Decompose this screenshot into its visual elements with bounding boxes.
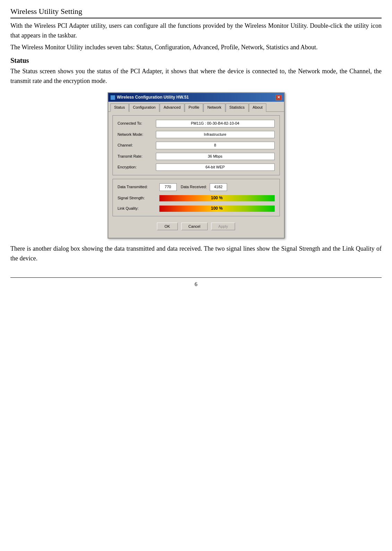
link-quality-value: 100 %	[211, 206, 223, 211]
tab-status[interactable]: Status	[110, 103, 129, 112]
close-button[interactable]: ✕	[276, 95, 282, 100]
cancel-button[interactable]: Cancel	[181, 223, 208, 230]
page-title: Wireless Utility Setting	[10, 6, 382, 18]
bottom-description: There is another dialog box showing the …	[10, 244, 382, 264]
data-transmitted-label: Data Transmitted:	[118, 184, 159, 190]
signal-strength-label: Signal Strength:	[118, 195, 159, 201]
app-icon	[110, 95, 115, 100]
tab-configuration[interactable]: Configuration	[129, 103, 159, 112]
dialog-wrapper: Wireless Configuration Utility HW.51 ✕ S…	[10, 92, 382, 239]
titlebar-left: Wireless Configuration Utility HW.51	[110, 94, 189, 100]
data-transmitted-row: Data Transmitted: 770 Data Received: 418…	[118, 183, 275, 191]
tab-statistics[interactable]: Statistics	[226, 103, 249, 112]
connected-to-label: Connected To:	[118, 121, 156, 126]
signal-strength-bar: 100 %	[159, 195, 275, 201]
connected-to-row: Connected To: PM11G : 00-30-B4-82-10-04	[118, 120, 275, 127]
encryption-row: Encryption: 64-bit WEP	[118, 164, 275, 171]
network-mode-row: Network Mode: Infrastructure	[118, 131, 275, 138]
stats-section: Data Transmitted: 770 Data Received: 418…	[112, 179, 280, 216]
dialog-window: Wireless Configuration Utility HW.51 ✕ S…	[108, 92, 285, 239]
intro-paragraph-2: The Wireless Monitor Utility includes se…	[10, 43, 382, 52]
tab-profile[interactable]: Profile	[185, 103, 203, 112]
status-description: The Status screen shows you the status o…	[10, 67, 382, 86]
encryption-value: 64-bit WEP	[156, 164, 275, 171]
tab-about[interactable]: About	[249, 103, 267, 112]
channel-value: 8	[156, 142, 275, 149]
transmit-rate-row: Transmit Rate: 36 Mbps	[118, 153, 275, 160]
transmit-rate-value: 36 Mbps	[156, 153, 275, 160]
dialog-body: Connected To: PM11G : 00-30-B4-82-10-04 …	[108, 112, 284, 237]
data-transmitted-value: 770	[159, 183, 177, 191]
signal-strength-value: 100 %	[211, 195, 223, 201]
dialog-tabs: Status Configuration Advanced Profile Ne…	[108, 102, 284, 112]
transmit-rate-label: Transmit Rate:	[118, 154, 156, 159]
link-quality-row: Link Quality: 100 %	[118, 206, 275, 212]
intro-paragraph-1: With the Wireless PCI Adapter utility, u…	[10, 21, 382, 41]
signal-strength-row: Signal Strength: 100 %	[118, 195, 275, 201]
connected-to-value: PM11G : 00-30-B4-82-10-04	[156, 120, 275, 127]
data-received-label: Data Received:	[181, 184, 207, 190]
status-heading: Status	[10, 56, 382, 65]
channel-row: Channel: 8	[118, 142, 275, 149]
page-number: 6	[10, 277, 382, 288]
data-received-value: 4182	[210, 183, 227, 191]
network-mode-label: Network Mode:	[118, 132, 156, 137]
ok-button[interactable]: OK	[157, 223, 178, 230]
channel-label: Channel:	[118, 143, 156, 148]
link-quality-bar: 100 %	[159, 206, 275, 212]
apply-button[interactable]: Apply	[211, 223, 235, 230]
dialog-title: Wireless Configuration Utility HW.51	[117, 94, 189, 100]
dialog-footer: OK Cancel Apply	[112, 220, 280, 234]
tab-advanced[interactable]: Advanced	[160, 103, 184, 112]
link-quality-label: Link Quality:	[118, 206, 159, 211]
encryption-label: Encryption:	[118, 165, 156, 170]
dialog-titlebar: Wireless Configuration Utility HW.51 ✕	[108, 93, 284, 102]
status-section: Connected To: PM11G : 00-30-B4-82-10-04 …	[112, 115, 280, 175]
tab-network[interactable]: Network	[203, 103, 225, 112]
network-mode-value: Infrastructure	[156, 131, 275, 138]
